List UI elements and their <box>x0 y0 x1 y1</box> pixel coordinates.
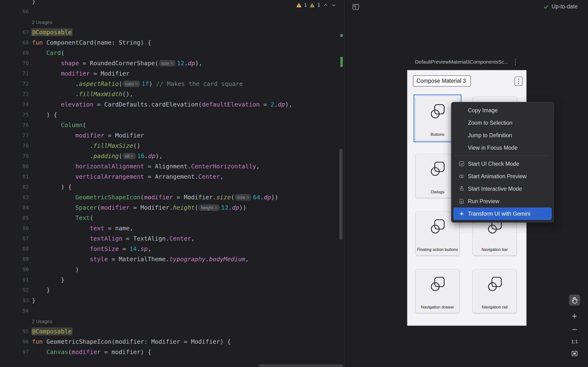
code-line[interactable]: 86 text = name, <box>0 223 344 234</box>
editor-horizontal-scrollbar[interactable] <box>259 365 343 367</box>
pan-tool-button[interactable] <box>568 294 581 306</box>
line-number[interactable]: 85 <box>0 213 29 223</box>
line-number[interactable]: 97 <box>0 347 29 357</box>
kebab-menu-icon[interactable]: ⋮ <box>512 58 519 65</box>
code-line[interactable]: 90 ) <box>0 264 344 275</box>
chevron-up-icon[interactable] <box>323 2 329 8</box>
code-line[interactable]: 67@Composable <box>0 27 344 37</box>
code-text: ) <box>29 264 79 275</box>
zoom-in-button[interactable] <box>568 312 581 320</box>
line-number[interactable]: 75 <box>0 110 29 120</box>
line-number[interactable]: 81 <box>0 172 29 182</box>
preview-layout-icon[interactable] <box>352 3 360 11</box>
line-number[interactable]: 91 <box>0 275 29 285</box>
line-number[interactable]: 69 <box>0 48 29 58</box>
code-line[interactable]: 2 Usages <box>0 17 344 27</box>
menu-item-transform-ui-with-gemini[interactable]: Transform UI with Gemini <box>453 208 552 220</box>
line-number[interactable]: 72 <box>0 79 29 89</box>
line-number[interactable]: 77 <box>0 130 29 141</box>
menu-item-zoom-to-selection[interactable]: Zoom to Selection <box>451 117 554 129</box>
line-number[interactable]: 70 <box>0 58 29 68</box>
zoom-to-fit-button[interactable] <box>568 349 581 358</box>
line-number[interactable] <box>0 17 29 27</box>
menu-item-start-interactive-mode[interactable]: Start Interactive Mode <box>451 183 554 195</box>
code-line[interactable]: 82 ) { <box>0 182 344 192</box>
preview-textfield[interactable]: Compose Material 3 <box>413 75 471 87</box>
menu-item-jump-to-definition[interactable]: Jump to Definition <box>451 129 554 142</box>
code-line[interactable]: 76 Column( <box>0 120 344 130</box>
line-number[interactable]: 78 <box>0 141 29 151</box>
code-line[interactable]: 94 <box>0 306 344 316</box>
code-line[interactable]: 68fun ComponentCard(name: String) { <box>0 37 344 48</box>
line-number[interactable]: 92 <box>0 285 29 295</box>
code-line[interactable]: 80 horizontalAlignment = Alignment.Cente… <box>0 161 344 172</box>
usages-hint[interactable]: 2 Usages <box>32 20 52 25</box>
code-line[interactable]: 91 } <box>0 275 344 285</box>
line-number[interactable]: 79 <box>0 151 29 161</box>
line-number[interactable]: 96 <box>0 336 29 347</box>
code-line[interactable]: 66 <box>0 7 344 17</box>
code-line[interactable]: 72 .aspectRatio(ratio =1f) // Makes the … <box>0 79 344 89</box>
line-number[interactable]: 80 <box>0 161 29 172</box>
editor-vertical-scrollbar[interactable] <box>339 149 343 240</box>
code-line[interactable]: 96fun GeometricShapeIcon(modifier: Modif… <box>0 336 344 347</box>
line-number[interactable]: 71 <box>0 68 29 79</box>
code-line[interactable]: 84 Spacer(modifier = Modifier.height(hei… <box>0 202 344 213</box>
code-line[interactable]: 87 textAlign = TextAlign.Center, <box>0 234 344 244</box>
code-line[interactable]: 89 style = MaterialTheme.typography.body… <box>0 254 344 264</box>
line-number[interactable]: 89 <box>0 254 29 264</box>
menu-item-start-animation-preview[interactable]: Start Animation Preview <box>451 170 554 183</box>
line-number[interactable]: 88 <box>0 244 29 254</box>
line-number[interactable]: 86 <box>0 223 29 234</box>
code-line[interactable]: 88 fontSize = 14.sp, <box>0 244 344 254</box>
code-line[interactable]: 2 Usages <box>0 316 344 326</box>
menu-item-copy-image[interactable]: Copy Image <box>451 104 554 117</box>
line-number[interactable]: 93 <box>0 295 29 306</box>
code-line[interactable]: 97 Canvas(modifier = modifier) { <box>0 347 344 357</box>
line-number[interactable]: 94 <box>0 306 29 316</box>
line-number[interactable] <box>0 0 29 7</box>
code-line[interactable]: 69 Card( <box>0 48 344 58</box>
code-line[interactable]: 70 shape = RoundedCornerShape(size =12.d… <box>0 58 344 68</box>
preview-overflow-button[interactable]: ⋮ <box>515 76 523 86</box>
code-line[interactable]: 73 .fillMaxWidth(), <box>0 89 344 99</box>
code-line[interactable]: 77 modifier = Modifier <box>0 130 344 141</box>
code-line[interactable]: 93} <box>0 295 344 306</box>
code-line[interactable]: 71 modifier = Modifier <box>0 68 344 79</box>
code-line[interactable]: 75 ) { <box>0 110 344 120</box>
zoom-actual-button[interactable]: 1:1 <box>568 338 581 345</box>
line-number[interactable] <box>0 316 29 326</box>
menu-item-run-preview[interactable]: Run Preview <box>451 195 554 208</box>
usages-hint[interactable]: 2 Usages <box>32 319 52 324</box>
line-number[interactable]: 74 <box>0 99 29 110</box>
chevron-down-icon[interactable] <box>331 2 337 8</box>
line-number[interactable]: 82 <box>0 182 29 192</box>
warning-icon[interactable] <box>296 2 302 8</box>
line-number[interactable]: 66 <box>0 7 29 17</box>
menu-item-start-ui-check-mode[interactable]: Start UI Check Mode <box>451 158 554 170</box>
line-number[interactable]: 90 <box>0 264 29 275</box>
weak-warning-icon[interactable] <box>309 2 315 8</box>
code-line[interactable]: 74 elevation = CardDefaults.cardElevatio… <box>0 99 344 110</box>
code-line[interactable]: 83 GeometricShapeIcon(modifier = Modifie… <box>0 192 344 202</box>
line-number[interactable]: 67 <box>0 27 29 37</box>
zoom-out-button[interactable] <box>568 325 581 334</box>
line-number[interactable]: 87 <box>0 234 29 244</box>
line-number[interactable]: 95 <box>0 326 29 336</box>
code-line[interactable]: } <box>0 0 344 7</box>
line-number[interactable]: 76 <box>0 120 29 130</box>
menu-item-view-in-focus-mode[interactable]: View in Focus Mode <box>451 142 554 154</box>
code-line[interactable]: 95@Composable <box>0 326 344 336</box>
preview-card-navigation-rail[interactable]: Navigation rail <box>473 269 517 313</box>
code-line[interactable]: 92 } <box>0 285 344 295</box>
line-number[interactable]: 83 <box>0 192 29 202</box>
code-line[interactable]: 85 Text( <box>0 213 344 223</box>
code-editor[interactable]: }662 Usages67@Composable68fun ComponentC… <box>0 0 344 367</box>
code-line[interactable]: 81 verticalArrangement = Arrangement.Cen… <box>0 172 344 182</box>
code-line[interactable]: 79 .padding(all =16.dp), <box>0 151 344 161</box>
line-number[interactable]: 84 <box>0 202 29 213</box>
line-number[interactable]: 68 <box>0 37 29 48</box>
line-number[interactable]: 73 <box>0 89 29 99</box>
code-line[interactable]: 78 .fillMaxSize() <box>0 141 344 151</box>
preview-card-navigation-drawer[interactable]: Navigation drawer <box>415 269 459 313</box>
